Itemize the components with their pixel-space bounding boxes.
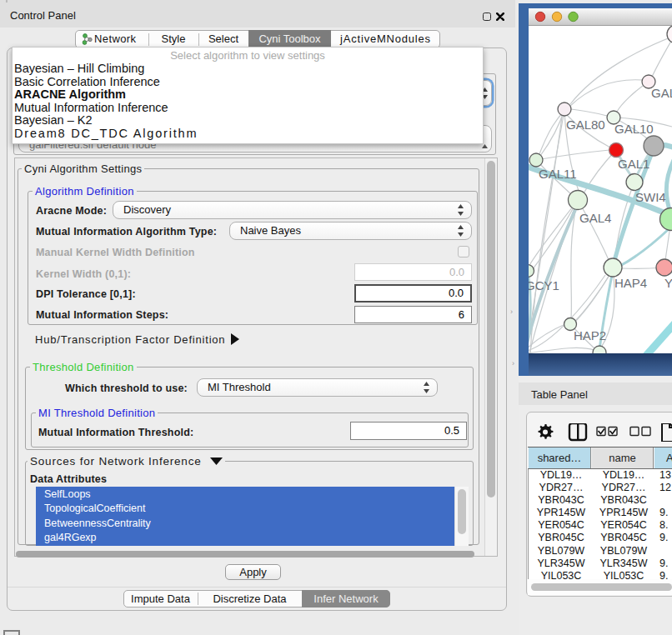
svg-text:GAL4: GAL4 bbox=[579, 211, 611, 225]
svg-text:SWI4: SWI4 bbox=[635, 190, 666, 204]
svg-text:HAP4: HAP4 bbox=[614, 276, 647, 290]
svg-text:Y: Y bbox=[664, 276, 672, 290]
svg-text:HAP2: HAP2 bbox=[574, 328, 606, 342]
svg-text:GCY1: GCY1 bbox=[529, 278, 559, 292]
svg-text:GAL1: GAL1 bbox=[618, 157, 649, 171]
svg-text:GAL11: GAL11 bbox=[539, 167, 577, 181]
svg-text:GAL10: GAL10 bbox=[614, 122, 654, 136]
svg-text:GAL: GAL bbox=[651, 86, 672, 100]
svg-text:GAL80: GAL80 bbox=[566, 118, 605, 132]
